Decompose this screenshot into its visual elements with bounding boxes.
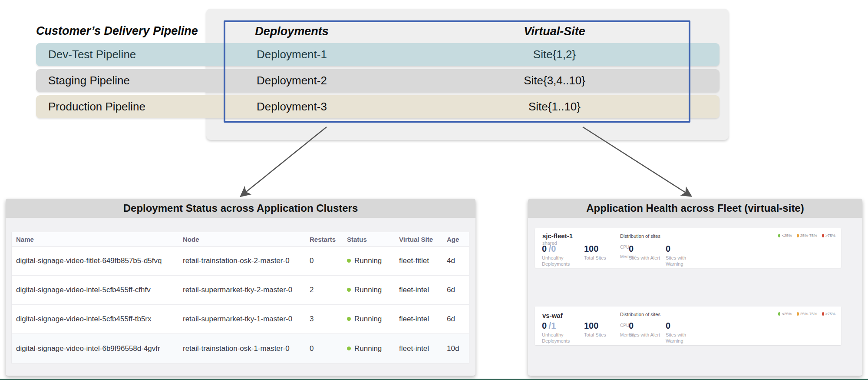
- node-cell: retail-supermarket-tky-1-master-0: [183, 315, 292, 323]
- green-dot-icon: [778, 234, 780, 237]
- virtual-site-cell: fleet-intel: [399, 286, 429, 294]
- node-cell: retail-trainstation-osk-1-master-0: [183, 344, 290, 353]
- pipeline-name-cell: Staging Pipeline: [48, 69, 130, 92]
- legend-item: 25%-75%: [797, 312, 817, 316]
- distribution-legend: <25% 25%-75% >75%: [778, 233, 835, 238]
- cpu-distribution-row: CPU: [620, 245, 836, 250]
- col-header-age: Age: [447, 236, 459, 243]
- pipeline-name-cell: Production Pipeline: [48, 95, 145, 118]
- status-cell: Running: [347, 315, 382, 323]
- virtual-site-cell: fleet-intel: [399, 344, 429, 353]
- legend-label: 25%-75%: [800, 233, 817, 238]
- running-status-dot-icon: [347, 317, 351, 321]
- cpu-bar: [634, 323, 836, 327]
- deployment-status-panel: Deployment Status across Application Clu…: [6, 199, 475, 376]
- memory-distribution-row: Memory: [620, 254, 836, 259]
- age-cell: 4d: [447, 257, 455, 265]
- restarts-cell: 2: [310, 286, 314, 294]
- stat-value: 100: [584, 321, 598, 330]
- virtual-site-cell: fleet-fitlet: [399, 257, 429, 265]
- total-sites-stat: 100 Total Sites: [584, 321, 620, 338]
- node-cell: retail-trainstation-osk-2-master-0: [183, 257, 290, 265]
- legend-label: <25%: [782, 312, 792, 316]
- status-cell: Running: [347, 286, 382, 294]
- unhealthy-deployments-stat: 0 /1 Unhealthy Deployments: [542, 321, 578, 344]
- col-header-restarts: Restarts: [310, 236, 336, 243]
- legend-item: >75%: [822, 312, 835, 316]
- status-text: Running: [354, 286, 382, 294]
- stat-total: /0: [549, 244, 556, 253]
- col-header-node: Node: [183, 236, 199, 243]
- distribution-legend: <25% 25%-75% >75%: [778, 312, 835, 316]
- table-header-row: Name Node Restarts Status Virtual Site A…: [12, 232, 469, 247]
- status-cell: Running: [347, 344, 382, 353]
- status-table: Name Node Restarts Status Virtual Site A…: [11, 232, 469, 363]
- stat-total: /1: [549, 321, 556, 330]
- red-dot-icon: [822, 234, 824, 237]
- deployment-status-panel-title: Deployment Status across Application Clu…: [6, 199, 475, 218]
- red-dot-icon: [822, 312, 824, 316]
- cpu-bar: [634, 245, 836, 249]
- fleet-card[interactable]: sjc-fleet-1 shared 0 /0 Unhealthy Deploy…: [535, 228, 841, 268]
- cpu-label: CPU: [620, 323, 634, 328]
- table-row[interactable]: digital-signage-video-fitlet-649fb857b5-…: [12, 247, 469, 276]
- cpu-distribution-row: CPU: [620, 323, 836, 328]
- running-status-dot-icon: [347, 347, 351, 350]
- stat-value: 0: [542, 321, 547, 330]
- pod-name-cell: digital-signage-video-fitlet-649fb857b5-…: [16, 257, 162, 265]
- status-text: Running: [354, 344, 382, 353]
- stat-label: Total Sites: [584, 255, 620, 261]
- cpu-label: CPU: [620, 245, 634, 250]
- restarts-cell: 3: [310, 315, 314, 323]
- total-sites-stat: 100 Total Sites: [584, 244, 620, 261]
- green-dot-icon: [778, 312, 780, 316]
- table-row[interactable]: digital-signage-video-intel-6b9f96558d-4…: [12, 334, 469, 363]
- memory-label: Memory: [620, 254, 636, 259]
- restarts-cell: 0: [310, 344, 314, 353]
- memory-bar: [636, 255, 836, 259]
- legend-item: 25%-75%: [797, 233, 817, 238]
- legend-item: <25%: [778, 312, 792, 316]
- fleet-health-panel: Application Health across Fleet (virtual…: [528, 199, 862, 376]
- stat-label: Unhealthy Deployments: [542, 255, 578, 267]
- virtual-site-cell: fleet-intel: [399, 315, 429, 323]
- memory-distribution-row: Memory: [620, 333, 836, 337]
- age-cell: 10d: [447, 344, 459, 353]
- col-header-name: Name: [16, 236, 34, 243]
- stat-value: 100: [584, 244, 598, 253]
- fleet-name: sjc-fleet-1: [542, 232, 573, 240]
- legend-label: >75%: [825, 233, 835, 238]
- unhealthy-deployments-stat: 0 /0 Unhealthy Deployments: [542, 244, 578, 267]
- restarts-cell: 0: [310, 257, 314, 265]
- distribution-of-sites-label: Distribution of sites: [620, 312, 660, 317]
- col-header-virtual-site: Virtual Site: [399, 236, 433, 243]
- highlight-box: [224, 20, 690, 123]
- memory-label: Memory: [620, 333, 636, 337]
- legend-item: <25%: [778, 233, 792, 238]
- running-status-dot-icon: [347, 259, 351, 263]
- pod-name-cell: digital-signage-video-intel-5cfb455ff-cf…: [16, 286, 151, 294]
- status-text: Running: [354, 315, 382, 323]
- status-cell: Running: [347, 257, 382, 265]
- legend-label: >75%: [825, 312, 835, 316]
- memory-bar: [636, 333, 836, 337]
- table-row[interactable]: digital-signage-video-intel-5cfb455ff-cf…: [12, 276, 469, 305]
- age-cell: 6d: [447, 315, 455, 323]
- yellow-dot-icon: [797, 234, 799, 237]
- fleet-card[interactable]: vs-waf 0 /1 Unhealthy Deployments 100 To…: [535, 307, 841, 345]
- yellow-dot-icon: [797, 312, 799, 316]
- table-row[interactable]: digital-signage-video-intel-5cfb455ff-tb…: [12, 305, 469, 334]
- stat-label: Total Sites: [584, 332, 620, 338]
- distribution-of-sites-label: Distribution of sites: [620, 233, 660, 239]
- status-text: Running: [354, 257, 382, 265]
- pipeline-name-cell: Dev-Test Pipeline: [48, 43, 136, 66]
- fleet-health-panel-title: Application Health across Fleet (virtual…: [528, 199, 862, 218]
- running-status-dot-icon: [347, 288, 351, 292]
- stat-label: Unhealthy Deployments: [542, 332, 578, 344]
- stat-value: 0: [542, 244, 547, 253]
- pod-name-cell: digital-signage-video-intel-5cfb455ff-tb…: [16, 315, 152, 323]
- pod-name-cell: digital-signage-video-intel-6b9f96558d-4…: [16, 344, 160, 353]
- legend-label: 25%-75%: [800, 312, 817, 316]
- legend-label: <25%: [782, 233, 792, 238]
- col-header-status: Status: [347, 236, 367, 243]
